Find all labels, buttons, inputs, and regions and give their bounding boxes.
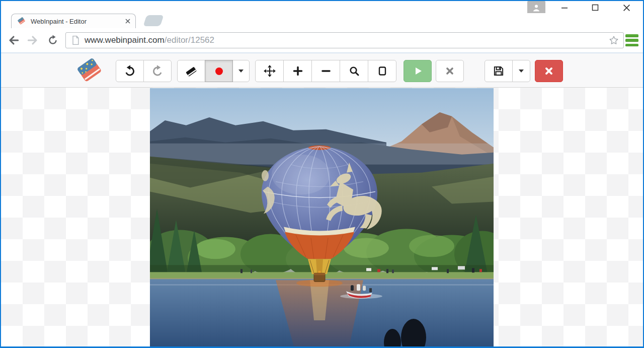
clear-group bbox=[436, 60, 464, 82]
view-tools-group bbox=[255, 60, 396, 82]
mask-tools-group bbox=[177, 60, 250, 82]
pan-tool-button[interactable] bbox=[255, 60, 284, 82]
zoom-in-button[interactable] bbox=[283, 60, 312, 82]
title-bar bbox=[1, 1, 643, 13]
reload-button[interactable] bbox=[44, 32, 61, 48]
magnifier-icon bbox=[348, 65, 360, 77]
x-icon bbox=[444, 65, 455, 77]
browser-menu-button[interactable] bbox=[625, 34, 638, 47]
marker-tool-button[interactable] bbox=[205, 60, 233, 82]
url-path: /editor/12562 bbox=[165, 35, 214, 45]
balloon-photo bbox=[150, 88, 494, 346]
back-arrow-icon bbox=[7, 34, 20, 47]
play-icon bbox=[412, 65, 424, 77]
history-group bbox=[116, 60, 172, 82]
new-tab-button[interactable] bbox=[143, 15, 164, 26]
save-button[interactable] bbox=[485, 60, 513, 82]
square-icon bbox=[376, 65, 388, 77]
caret-down-icon bbox=[238, 69, 244, 73]
clear-mask-button[interactable] bbox=[436, 60, 464, 82]
browser-window: WebInpaint - Editor bbox=[0, 0, 644, 348]
tab-title: WebInpaint - Editor bbox=[31, 18, 124, 25]
close-icon bbox=[623, 4, 630, 12]
tab-close-button[interactable] bbox=[124, 18, 131, 25]
lake bbox=[150, 279, 494, 346]
eraser-tool-icon bbox=[185, 64, 198, 78]
maximize-button[interactable] bbox=[583, 1, 607, 14]
tab-webinpaint[interactable]: WebInpaint - Editor bbox=[11, 14, 136, 28]
window-close-button[interactable] bbox=[614, 1, 638, 14]
move-icon bbox=[263, 64, 276, 78]
editor-canvas[interactable] bbox=[1, 88, 643, 346]
undo-button[interactable] bbox=[116, 60, 144, 82]
redo-icon bbox=[151, 64, 164, 78]
red-dot-icon bbox=[215, 67, 223, 75]
caret-down-icon bbox=[519, 69, 524, 73]
zoom-out-button[interactable] bbox=[311, 60, 340, 82]
redo-button[interactable] bbox=[143, 60, 172, 82]
hamburger-icon bbox=[625, 34, 638, 37]
url-bar[interactable]: www.webinpaint.com/editor/12562 bbox=[65, 32, 624, 48]
x-icon bbox=[543, 65, 554, 77]
url-host: www.webinpaint.com bbox=[85, 35, 165, 45]
save-icon bbox=[492, 64, 505, 78]
run-inpaint-button[interactable] bbox=[404, 60, 432, 82]
document-icon bbox=[71, 35, 80, 45]
bookmark-star-button[interactable] bbox=[607, 34, 620, 47]
forward-arrow-icon bbox=[26, 34, 39, 47]
undo-icon bbox=[123, 64, 136, 78]
browser-toolbar: www.webinpaint.com/editor/12562 bbox=[1, 28, 643, 52]
save-dropdown-button[interactable] bbox=[512, 60, 530, 82]
back-button[interactable] bbox=[5, 32, 22, 48]
person-icon bbox=[531, 3, 541, 13]
tab-strip: WebInpaint - Editor bbox=[1, 13, 643, 28]
marker-size-dropdown-button[interactable] bbox=[232, 60, 250, 82]
zoom-tool-button[interactable] bbox=[340, 60, 368, 82]
profile-button[interactable] bbox=[527, 1, 545, 14]
forward-button[interactable] bbox=[24, 32, 41, 48]
canvas-photo[interactable] bbox=[150, 88, 494, 346]
maximize-icon bbox=[592, 4, 599, 11]
eraser-logo-icon bbox=[76, 57, 104, 85]
close-group bbox=[535, 60, 563, 82]
save-group bbox=[485, 60, 530, 82]
minimize-icon bbox=[561, 4, 568, 11]
run-group bbox=[404, 60, 432, 82]
minimize-button[interactable] bbox=[552, 1, 577, 14]
plus-icon bbox=[292, 65, 304, 77]
fit-view-button[interactable] bbox=[368, 60, 396, 82]
minus-icon bbox=[320, 65, 332, 77]
close-editor-button[interactable] bbox=[535, 60, 563, 82]
reload-icon bbox=[47, 34, 59, 46]
editor-toolbar bbox=[1, 52, 643, 88]
eraser-tool-button[interactable] bbox=[177, 60, 205, 82]
url-text: www.webinpaint.com/editor/12562 bbox=[85, 35, 607, 45]
eraser-favicon-icon bbox=[17, 17, 26, 26]
